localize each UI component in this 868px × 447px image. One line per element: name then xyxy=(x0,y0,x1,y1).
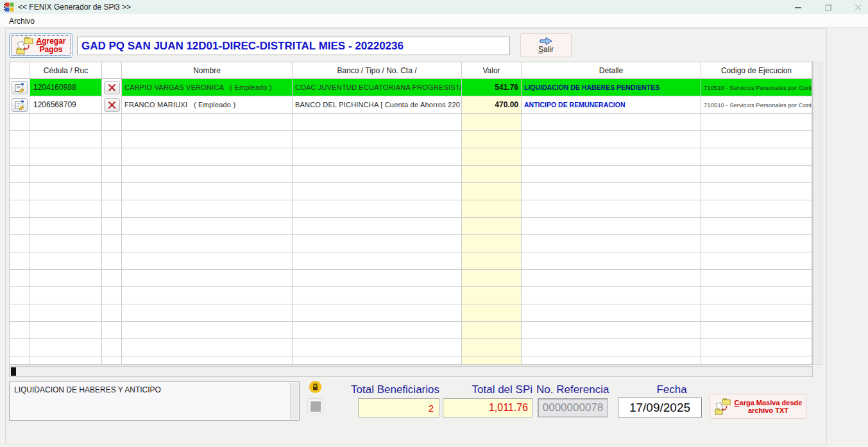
empty-cell xyxy=(30,131,102,148)
empty-table-row[interactable] xyxy=(10,148,812,166)
delete-cell xyxy=(102,96,122,114)
empty-cell xyxy=(30,287,102,304)
empty-cell xyxy=(701,287,812,304)
column-header: Detalle xyxy=(522,62,701,79)
edit-row-button[interactable] xyxy=(12,98,28,112)
payments-table[interactable]: Cédula / RucNombreBanco / Tipo / No. Cta… xyxy=(9,62,813,365)
empty-table-row[interactable] xyxy=(10,235,812,252)
color-swatch-button[interactable] xyxy=(307,398,323,414)
column-header: Nombre xyxy=(122,62,293,79)
salir-button[interactable]: Salir xyxy=(520,33,572,57)
empty-table-row[interactable] xyxy=(10,131,812,148)
cell-nombre: CARPIO VARGAS VERONICA ( Empleado ) xyxy=(122,79,293,96)
empty-cell xyxy=(701,270,812,287)
empty-cell xyxy=(462,131,522,148)
empty-cell xyxy=(701,235,812,252)
empty-cell xyxy=(30,200,102,218)
scrollbar-thumb[interactable] xyxy=(11,367,16,376)
table-row[interactable]: 1206568709FRANCO MARIUXI ( Empleado )BAN… xyxy=(10,96,812,114)
empty-cell xyxy=(462,235,522,252)
horizontal-scrollbar[interactable] xyxy=(9,366,813,377)
empty-cell xyxy=(701,304,812,322)
fecha-label: Fecha xyxy=(642,383,702,397)
agregar-pagos-button[interactable]: Agregar Pagos xyxy=(9,33,72,58)
empty-table-row[interactable] xyxy=(10,339,812,356)
empty-cell xyxy=(293,252,462,270)
empty-table-row[interactable] xyxy=(10,114,812,131)
empty-cell xyxy=(102,287,122,304)
edit-row-button[interactable] xyxy=(12,81,28,94)
empty-cell xyxy=(522,218,701,235)
empty-cell xyxy=(462,304,522,322)
delete-icon xyxy=(108,83,116,92)
delete-row-button[interactable] xyxy=(104,98,120,112)
empty-cell xyxy=(102,183,122,200)
empty-cell xyxy=(122,287,293,304)
empty-cell xyxy=(701,322,812,339)
delete-row-button[interactable] xyxy=(104,81,120,94)
cell-nombre: FRANCO MARIUXI ( Empleado ) xyxy=(122,96,293,114)
carga-masiva-label: Carga Masiva desde archivo TXT xyxy=(735,399,803,414)
empty-cell xyxy=(102,114,122,131)
empty-cell xyxy=(122,148,293,166)
empty-cell xyxy=(10,287,30,304)
empty-cell xyxy=(293,339,462,356)
empty-table-row[interactable] xyxy=(10,287,812,304)
edit-icon xyxy=(15,100,24,110)
empty-cell xyxy=(122,339,293,356)
empty-table-row[interactable] xyxy=(10,166,812,183)
empty-table-row[interactable] xyxy=(10,356,812,365)
empty-cell xyxy=(122,270,293,287)
empty-cell xyxy=(462,200,522,218)
empty-cell xyxy=(522,148,701,166)
empty-cell xyxy=(522,287,701,304)
carga-masiva-button[interactable]: Carga Masiva desde archivo TXT xyxy=(710,394,806,419)
empty-cell xyxy=(30,235,102,252)
menubar: Archivo xyxy=(0,14,868,28)
vertical-scrollbar[interactable] xyxy=(813,62,822,365)
empty-cell xyxy=(102,131,122,148)
empty-cell xyxy=(30,322,102,339)
empty-cell xyxy=(122,218,293,235)
empty-cell xyxy=(293,148,462,166)
document-title-field[interactable]: GAD PQ SAN JUAN 12D01-DIREC-DISTRITAL MI… xyxy=(77,37,510,55)
delete-icon xyxy=(108,101,116,109)
empty-cell xyxy=(122,131,293,148)
empty-table-row[interactable] xyxy=(10,200,812,218)
column-header: Valor xyxy=(462,62,522,79)
edit-icon xyxy=(15,83,24,92)
empty-table-row[interactable] xyxy=(10,252,812,270)
empty-cell xyxy=(122,200,293,218)
fecha-field[interactable]: 17/09/2025 xyxy=(618,398,702,417)
delete-cell xyxy=(102,79,122,96)
description-textarea[interactable]: LIQUIDACION DE HABERES Y ANTICIPO xyxy=(9,381,300,421)
close-button[interactable] xyxy=(847,0,868,14)
empty-cell xyxy=(10,339,30,356)
empty-cell xyxy=(102,339,122,356)
empty-table-row[interactable] xyxy=(10,270,812,287)
empty-table-row[interactable] xyxy=(10,218,812,235)
menu-archivo[interactable]: Archivo xyxy=(6,16,37,26)
empty-table-row[interactable] xyxy=(10,183,812,200)
empty-cell xyxy=(10,252,30,270)
window-title: << FENIX Generador de SPi3 >> xyxy=(18,3,131,12)
empty-cell xyxy=(10,183,30,200)
table-row[interactable]: 1204160988CARPIO VARGAS VERONICA ( Emple… xyxy=(10,79,812,96)
cell-codigo: 710510 - Servicios Personales por Contra… xyxy=(701,96,812,114)
empty-cell xyxy=(122,304,293,322)
empty-cell xyxy=(701,200,812,218)
empty-cell xyxy=(522,166,701,183)
minimize-button[interactable] xyxy=(787,0,809,14)
empty-cell xyxy=(522,235,701,252)
empty-cell xyxy=(30,148,102,166)
empty-table-row[interactable] xyxy=(10,304,812,322)
empty-cell xyxy=(10,218,30,235)
total-beneficiarios-field: 2 xyxy=(358,398,439,417)
empty-table-row[interactable] xyxy=(10,322,812,339)
empty-cell xyxy=(293,356,462,365)
description-scrollbar[interactable] xyxy=(290,383,298,419)
empty-cell xyxy=(462,356,522,365)
total-spi-label: Total del SPi xyxy=(417,383,532,397)
maximize-button[interactable] xyxy=(817,0,839,14)
empty-cell xyxy=(10,235,30,252)
